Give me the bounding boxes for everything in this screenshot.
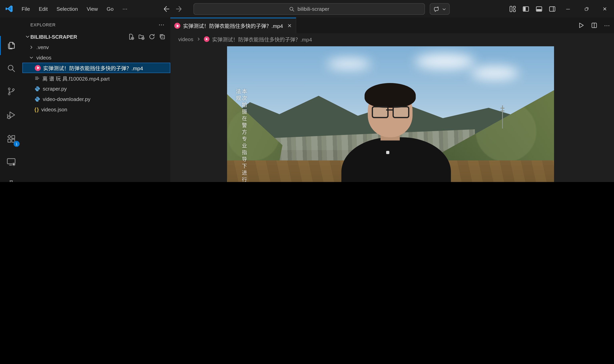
extensions-badge: 1 [14, 141, 20, 147]
source-control-icon[interactable] [0, 82, 22, 101]
tree-item-venv[interactable]: .venv [22, 42, 170, 52]
video-controls-gradient [227, 180, 554, 182]
cloud [415, 53, 475, 69]
menu-selection[interactable]: Selection [52, 3, 82, 14]
refresh-icon[interactable] [149, 34, 155, 40]
search-icon [289, 6, 295, 12]
split-editor-icon[interactable] [591, 22, 598, 29]
explorer-more-icon[interactable]: ⋯ [158, 21, 165, 28]
extensions-icon[interactable]: 1 [0, 129, 22, 148]
person-hair [364, 83, 416, 108]
close-window-button[interactable]: ✕ [596, 0, 614, 18]
copilot-button[interactable] [430, 3, 450, 15]
customize-layout-icon[interactable] [506, 0, 519, 18]
menu-more[interactable]: ⋯ [118, 3, 132, 14]
menu-view[interactable]: View [82, 3, 102, 14]
editor-more-icon[interactable]: ⋯ [604, 22, 610, 29]
tree-item-videos[interactable]: videos [22, 52, 170, 63]
tree-item-video-downloader-py[interactable]: video-downloader.py [22, 94, 170, 104]
explorer-title: EXPLORER [30, 22, 56, 27]
menu-edit[interactable]: Edit [34, 3, 52, 14]
tree-item-label: .venv [36, 44, 49, 50]
person-glasses-bridge [386, 109, 392, 111]
tree-item-label: videos.json [41, 106, 67, 112]
project-section-header[interactable]: BILIBILI-SCRAPER [22, 32, 170, 42]
tree-item-selected-mp4[interactable]: 实弹测试！防弹衣能挡住多快的子弹？.mp4 [22, 63, 170, 73]
back-arrow-icon[interactable] [163, 5, 170, 12]
vscode-logo-icon [5, 5, 13, 13]
cloud [327, 58, 371, 69]
video-file-icon [204, 36, 209, 42]
explorer-view-icon[interactable] [0, 36, 22, 55]
tree-item-part-file[interactable]: 离 谱 玩 具.f100026.mp4.part [22, 73, 170, 83]
menu-go[interactable]: Go [102, 3, 118, 14]
tree-item-label: 实弹测试！防弹衣能挡住多快的子弹？.mp4 [43, 64, 143, 72]
menu-file[interactable]: File [17, 3, 34, 14]
tree-item-label: scraper.py [43, 86, 67, 91]
editor-tab-strip: 实弹测试！防弹衣能挡住多快的子弹？.mp4 ✕ [170, 18, 614, 34]
new-file-icon[interactable] [128, 34, 134, 40]
json-file-icon: { } [34, 106, 39, 112]
cloud [471, 66, 519, 80]
chevron-right-icon [29, 44, 34, 50]
breadcrumb: videos 实弹测试！防弹衣能挡住多快的子弹？.mp4 [170, 33, 614, 45]
collapse-all-icon[interactable] [159, 34, 166, 40]
video-tower [502, 105, 503, 129]
forward-arrow-icon[interactable] [176, 5, 182, 12]
chevron-down-icon [442, 7, 446, 11]
title-bar: File Edit Selection View Go ⋯ bilibili-s… [0, 0, 614, 18]
run-debug-icon[interactable] [0, 106, 22, 125]
video-file-icon [35, 65, 41, 71]
tree-item-videos-json[interactable]: { } videos.json [22, 104, 170, 115]
video-watermark: 本次拍摄在警方专业指导下进行请遵守法律法规 [235, 89, 247, 182]
search-view-icon[interactable] [0, 59, 22, 78]
python-file-icon [34, 96, 40, 102]
python-file-icon [34, 86, 40, 91]
run-file-icon[interactable] [578, 22, 585, 29]
tree-item-scraper-py[interactable]: scraper.py [22, 83, 170, 94]
breadcrumb-file[interactable]: 实弹测试！防弹衣能挡住多快的子弹？.mp4 [212, 35, 312, 43]
video-player[interactable]: 本次拍摄在警方专业指导下进行请遵守法律法规 如果你有印象的话 0:00 / 5:… [227, 46, 554, 182]
project-name: BILIBILI-SCRAPER [30, 34, 77, 40]
tab-title: 实弹测试！防弹衣能挡住多快的子弹？.mp4 [183, 22, 283, 29]
chevron-down-icon [25, 34, 30, 39]
new-folder-icon[interactable] [138, 34, 145, 40]
explorer-sidebar: EXPLORER ⋯ BILIBILI-SCRAPER .venv videos [22, 18, 171, 182]
person-glasses-right [392, 106, 409, 118]
person-mic [386, 151, 389, 154]
toggle-panel-icon[interactable] [532, 0, 546, 18]
list-file-icon [34, 76, 40, 81]
minimize-button[interactable]: ─ [559, 0, 577, 18]
vscode-window: File Edit Selection View Go ⋯ bilibili-s… [0, 0, 614, 182]
chevron-down-icon [29, 55, 34, 60]
toggle-sidebar-icon[interactable] [519, 0, 532, 18]
tab-close-icon[interactable]: ✕ [287, 23, 292, 29]
testing-icon[interactable] [0, 175, 22, 182]
tab-video-mp4[interactable]: 实弹测试！防弹衣能挡住多快的子弹？.mp4 ✕ [170, 18, 296, 33]
toggle-secondary-sidebar-icon[interactable] [546, 0, 559, 18]
copilot-icon [433, 6, 440, 12]
tree-item-label: video-downloader.py [43, 96, 91, 102]
activity-bar: 1 R [0, 18, 23, 182]
search-value: bilibili-scraper [298, 6, 329, 12]
command-center-search[interactable]: bilibili-scraper [194, 3, 425, 15]
restore-button[interactable] [577, 0, 596, 18]
chevron-right-icon [196, 37, 201, 41]
breadcrumb-folder[interactable]: videos [178, 36, 193, 42]
remote-explorer-icon[interactable] [0, 152, 22, 171]
person-glasses-left [372, 106, 389, 118]
tree-item-label: 离 谱 玩 具.f100026.mp4.part [42, 74, 110, 82]
tree-item-label: videos [36, 54, 51, 61]
video-file-icon [174, 23, 180, 29]
